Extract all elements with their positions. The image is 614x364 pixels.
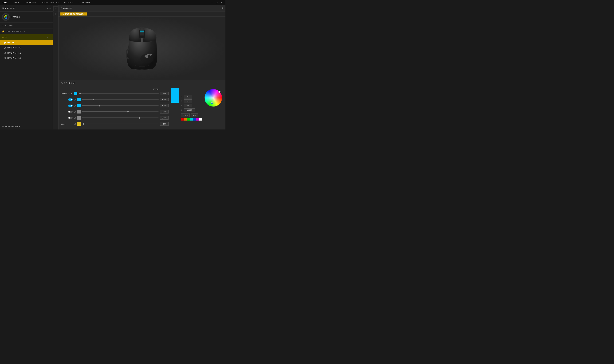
brand-label: iCUE <box>2 1 8 4</box>
dpi-panel-title: DPI Default <box>64 82 75 84</box>
actions-group: A ACTIONS <box>0 23 52 28</box>
dpi-row-1-value[interactable] <box>160 98 169 101</box>
dpi-label-default: Default <box>7 41 14 44</box>
nav-community[interactable]: COMMUNITY <box>76 0 93 5</box>
b-input[interactable] <box>184 104 192 107</box>
nav-settings[interactable]: SETTINGS <box>62 0 76 5</box>
color-wheel[interactable] <box>204 88 223 107</box>
dpi-radio-inner <box>4 42 5 43</box>
nav-home[interactable]: HOME <box>11 0 22 5</box>
dpi-header[interactable]: ⊹ DPI + ≡ <box>0 34 52 40</box>
b-label: B <box>181 105 183 107</box>
swatch-green[interactable] <box>187 118 190 120</box>
dpi-row-1-toggle[interactable] <box>68 98 73 101</box>
minimize-button[interactable]: — <box>210 1 214 4</box>
swatch-white[interactable] <box>199 118 202 120</box>
dpi-item-hw1[interactable]: HW DPI Mode 1 <box>0 45 52 50</box>
profile-item[interactable]: Profile 4 <box>0 12 52 23</box>
dpi-row-0-value[interactable] <box>160 92 169 95</box>
color-preview[interactable] <box>171 88 179 103</box>
dpi-actions: + ≡ <box>47 36 51 39</box>
xy-dpi-label: XY DPI <box>153 88 159 90</box>
dpi-row-0-color[interactable] <box>74 92 77 95</box>
r-input[interactable] <box>184 95 192 98</box>
maximize-button[interactable]: □ <box>215 1 218 4</box>
dpi-row-4-slider[interactable] <box>82 117 159 118</box>
dpi-item-hw3[interactable]: HW DPI Mode 3 <box>0 55 52 61</box>
svg-point-2 <box>5 16 6 17</box>
color-swatches <box>181 118 202 120</box>
window-controls: — □ ✕ <box>210 1 223 4</box>
right-panel: ⊞ DEVICES ⊞ HARPOON RGB WIRELES... <box>59 5 225 130</box>
dpi-item-default[interactable]: Default <box>0 40 52 45</box>
performance-section[interactable]: ⊞ PERFORMANCE <box>0 123 52 130</box>
lighting-group: ⚡ LIGHTING EFFECTS <box>0 28 52 34</box>
default-button[interactable]: Default <box>181 114 190 117</box>
swatch-orange[interactable] <box>184 118 187 120</box>
profiles-actions: + ≡ <box>47 7 51 10</box>
dpi-group: ⊹ DPI + ≡ Default HW DPI Mode 1 <box>0 34 52 61</box>
dpi-row-2-radio[interactable] <box>74 105 76 107</box>
dpi-row-3-color[interactable] <box>77 110 81 114</box>
copy-button[interactable]: ⧉ <box>53 6 58 11</box>
dpi-row-2-value[interactable] <box>160 104 169 107</box>
profile-avatar <box>2 13 10 21</box>
r-row: R <box>181 95 202 98</box>
devices-layout-icon[interactable]: ⊞ <box>222 7 223 10</box>
profiles-menu-button[interactable]: ≡ <box>49 7 51 10</box>
dpi-row-4-value[interactable] <box>160 116 169 119</box>
close-button[interactable]: ✕ <box>220 1 223 4</box>
dpi-header-label: DPI <box>64 82 67 84</box>
dpi-row-4-toggle[interactable] <box>68 117 73 119</box>
dpi-row-1-color[interactable] <box>77 98 81 101</box>
dpi-row-3-radio[interactable] <box>74 111 76 113</box>
dpi-item-hw2[interactable]: HW DPI Mode 2 <box>0 50 52 55</box>
swatch-blue[interactable] <box>193 118 196 120</box>
dpi-radio-default <box>4 42 6 44</box>
swatch-red[interactable] <box>181 118 183 120</box>
dpi-row-3-toggle[interactable] <box>68 111 73 113</box>
dpi-row-0-slider[interactable] <box>79 93 159 94</box>
dpi-row-2-color[interactable] <box>77 104 81 107</box>
lighting-title-row: ⚡ LIGHTING EFFECTS <box>2 30 25 33</box>
nav-dashboard[interactable]: DASHBOARD <box>22 0 39 5</box>
dpi-row-0-radio[interactable] <box>68 92 70 94</box>
dpi-row-0-play[interactable]: ▶ <box>71 93 73 94</box>
dpi-row-sniper-slider[interactable] <box>82 124 159 124</box>
dpi-row-sniper-value[interactable] <box>160 122 169 126</box>
delete-button[interactable]: 🗑 <box>53 12 58 16</box>
performance-icon: ⊞ <box>2 125 4 128</box>
g-input[interactable] <box>184 99 192 103</box>
swatch-purple[interactable] <box>196 118 199 120</box>
dpi-row-1-radio[interactable] <box>74 99 76 101</box>
dpi-add-button[interactable]: + <box>47 36 48 39</box>
dpi-row-1-slider[interactable] <box>82 99 159 100</box>
dpi-row-2-slider[interactable] <box>82 105 159 106</box>
dpi-row-3-slider[interactable] <box>82 111 159 112</box>
dpi-row-3-value[interactable] <box>160 110 169 114</box>
b-row: B <box>181 104 202 107</box>
dpi-row-sniper-label: Sniper <box>61 123 67 125</box>
color-inputs: R G B # <box>181 88 202 120</box>
profiles-add-button[interactable]: + <box>47 7 48 10</box>
swatch-cyan[interactable] <box>190 118 193 120</box>
actions-header[interactable]: A ACTIONS <box>0 23 52 28</box>
dpi-menu-button[interactable]: ≡ <box>49 36 51 39</box>
dpi-row-sniper-color[interactable] <box>77 122 81 126</box>
device-tab-harpoon[interactable]: HARPOON RGB WIRELES... <box>60 13 87 15</box>
devices-header: ⊞ DEVICES ⊞ <box>59 5 225 12</box>
dpi-panel-body: XY DPI Default ▶ <box>59 86 225 130</box>
g-label: G <box>181 100 183 102</box>
dpi-row-2-toggle[interactable] <box>68 104 73 107</box>
dpi-row-4-radio[interactable] <box>74 117 76 119</box>
lighting-header[interactable]: ⚡ LIGHTING EFFECTS <box>0 28 52 34</box>
nav-instant-lighting[interactable]: INSTANT LIGHTING <box>39 0 62 5</box>
dpi-row-sniper-radio[interactable] <box>74 123 76 125</box>
dpi-edit-icon[interactable]: ✎ <box>61 82 63 84</box>
dpi-row-4-color[interactable] <box>77 116 81 119</box>
hex-input[interactable] <box>184 108 195 112</box>
dpi-row-4 <box>61 116 169 120</box>
color-wheel-canvas[interactable] <box>204 88 223 107</box>
r-label: R <box>181 96 183 98</box>
basic-button[interactable]: Basic <box>191 114 198 117</box>
